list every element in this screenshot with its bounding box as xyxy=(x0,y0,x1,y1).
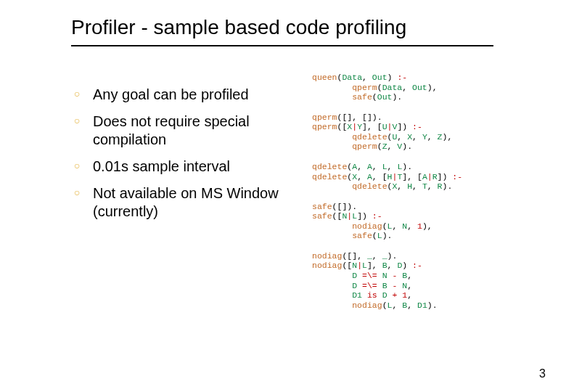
code-line: qperm([], []). xyxy=(312,113,537,123)
code-block: queen(Data, Out) :- qperm(Data, Out), sa… xyxy=(312,73,537,102)
bullet-list: ○Any goal can be profiled○Does not requi… xyxy=(71,86,289,229)
code-line: nodiag([N|L], B, D) :- xyxy=(312,261,537,271)
bullet-icon: ○ xyxy=(71,115,83,126)
bullet-text: Any goal can be profiled xyxy=(93,86,249,104)
code-line: D =\= N - B, xyxy=(312,271,537,281)
code-line: nodiag(L, B, D1). xyxy=(312,301,537,311)
code-line: qdelete(A, A, L, L). xyxy=(312,162,537,172)
code-line: qperm([X|Y], [U|V]) :- xyxy=(312,122,537,132)
code-line: qdelete(X, A, [H|T], [A|R]) :- xyxy=(312,172,537,182)
code-line: qperm(Data, Out), xyxy=(312,83,537,93)
code-line: safe([]). xyxy=(312,202,537,212)
code-block: safe([]).safe([N|L]) :- nodiag(L, N, 1),… xyxy=(312,202,537,241)
bullet-text: Does not require special compilation xyxy=(93,113,289,149)
code-line: qperm(Z, V). xyxy=(312,142,537,152)
code-line: nodiag(L, N, 1), xyxy=(312,221,537,232)
code-column: queen(Data, Out) :- qperm(Data, Out), sa… xyxy=(312,73,537,320)
bullet-item: ○Any goal can be profiled xyxy=(71,86,289,104)
bullet-text: Not available on MS Window (currently) xyxy=(93,184,289,221)
code-line: queen(Data, Out) :- xyxy=(312,73,537,83)
title-rule xyxy=(71,45,493,46)
bullet-icon: ○ xyxy=(71,160,83,171)
code-line: qdelete(X, H, T, R). xyxy=(312,181,537,192)
bullet-text: 0.01s sample interval xyxy=(93,158,230,176)
page-number: 3 xyxy=(539,367,546,380)
code-line: D1 is D + 1, xyxy=(312,290,537,301)
bullet-item: ○Does not require special compilation xyxy=(71,113,289,149)
code-line: nodiag([], _, _). xyxy=(312,251,537,261)
code-line: D =\= B - N, xyxy=(312,281,537,291)
code-block: qperm([], []).qperm([X|Y], [U|V]) :- qde… xyxy=(312,113,537,152)
code-line: safe(L). xyxy=(312,231,537,241)
bullet-icon: ○ xyxy=(71,187,83,198)
bullet-icon: ○ xyxy=(71,88,83,99)
slide: Profiler - sample based code profiling ○… xyxy=(0,0,566,392)
code-line: safe(Out). xyxy=(312,92,537,102)
code-block: qdelete(A, A, L, L).qdelete(X, A, [H|T],… xyxy=(312,162,537,192)
slide-title: Profiler - sample based code profiling xyxy=(71,16,406,39)
bullet-item: ○0.01s sample interval xyxy=(71,158,289,176)
bullet-item: ○Not available on MS Window (currently) xyxy=(71,184,289,221)
code-block: nodiag([], _, _).nodiag([N|L], B, D) :- … xyxy=(312,251,537,310)
code-line: safe([N|L]) :- xyxy=(312,211,537,221)
code-line: qdelete(U, X, Y, Z), xyxy=(312,132,537,142)
